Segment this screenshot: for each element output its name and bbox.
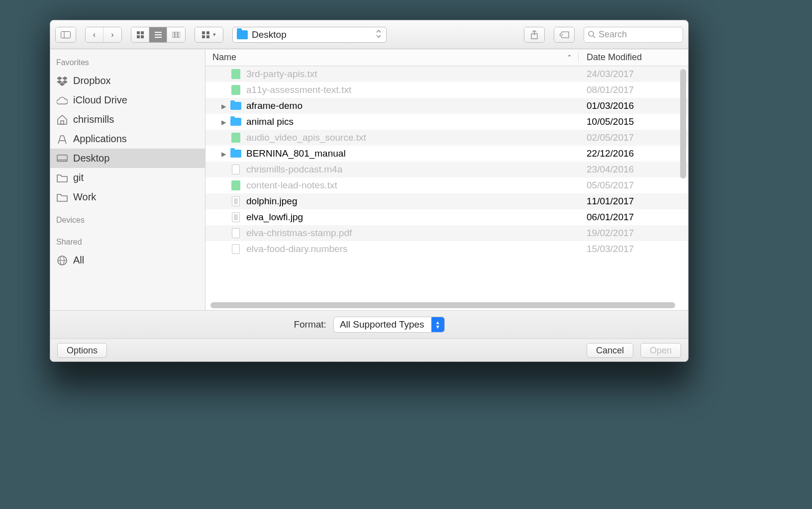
jpeg-icon [229,196,242,207]
toggle-sidebar-button[interactable] [56,27,76,42]
file-row[interactable]: content-lead-notes.txt05/05/2017 [205,177,688,193]
back-button[interactable]: ‹ [86,27,103,42]
file-row[interactable]: ▸animal pics10/05/2015 [205,114,688,130]
svg-rect-7 [155,34,162,35]
file-date: 08/01/2017 [579,85,688,95]
share-icon [531,30,538,39]
file-date: 05/05/2017 [579,180,688,191]
file-row[interactable]: dolphin.jpeg11/01/2017 [205,193,688,209]
sidebar-item-work[interactable]: Work [50,187,205,207]
vertical-scrollbar[interactable] [680,69,686,178]
svg-rect-3 [141,31,144,34]
sidebar-item-label: Desktop [73,153,109,164]
file-date: 22/12/2016 [579,148,688,159]
sidebar-item-label: Work [73,191,96,203]
file-row[interactable]: a11y-assessment-text.txt08/01/2017 [205,82,688,98]
nav-group: ‹ › [85,27,122,43]
open-button[interactable]: Open [640,343,681,358]
disclosure-triangle[interactable]: ▸ [205,116,229,128]
file-name: elva-food-diary.numbers [246,244,579,254]
sidebar-item-git[interactable]: git [50,168,205,187]
name-column-header[interactable]: Name ⌃ [205,52,579,63]
sidebar-item-label: iCloud Drive [73,94,127,106]
atom-icon [229,85,242,95]
file-name: animal pics [246,116,579,127]
share-button[interactable] [524,27,544,42]
file-name: audio_video_apis_source.txt [246,132,579,143]
sidebar-item-label: chrismills [73,114,114,125]
horizontal-scrollbar[interactable] [210,302,675,308]
jpeg-icon [229,212,242,223]
date-column-header[interactable]: Date Modified [579,52,688,63]
file-row[interactable]: 3rd-party-apis.txt24/03/2017 [205,66,688,82]
file-date: 24/03/2017 [579,69,688,80]
sidebar-item-all[interactable]: All [50,251,205,270]
format-label: Format: [294,319,326,330]
arrange-icon [202,31,210,38]
sidebar-item-applications[interactable]: Applications [50,129,205,149]
svg-rect-0 [61,31,71,38]
file-list[interactable]: 3rd-party-apis.txt24/03/2017a11y-assessm… [205,66,688,310]
folder-icon [229,148,242,159]
sidebar-item-icloud-drive[interactable]: iCloud Drive [50,90,205,110]
file-name: aframe-demo [246,100,579,111]
sidebar-section-header: Devices [50,207,205,229]
svg-rect-15 [206,35,209,38]
svg-rect-2 [137,31,140,34]
sidebar-item-label: All [73,254,84,266]
arrange-button[interactable]: ▾ [195,27,223,42]
file-row[interactable]: elva_lowfi.jpg06/01/2017 [205,209,688,225]
file-row[interactable]: elva-food-diary.numbers15/03/2017 [205,241,688,257]
sidebar-section-header: Favorites [50,49,205,71]
folder-icon [56,192,68,202]
tags-button[interactable] [554,27,574,42]
file-date: 02/05/2017 [579,132,688,143]
file-date: 19/02/2017 [579,228,688,239]
search-icon [588,31,596,38]
disclosure-triangle[interactable]: ▸ [205,148,229,160]
sidebar-item-desktop[interactable]: Desktop [50,149,205,168]
svg-rect-10 [175,32,177,38]
file-row[interactable]: audio_video_apis_source.txt02/05/2017 [205,130,688,146]
svg-rect-9 [172,32,174,38]
forward-button[interactable]: › [103,27,121,42]
file-row[interactable]: ▸aframe-demo01/03/2016 [205,98,688,114]
svg-rect-8 [155,37,162,38]
svg-rect-14 [202,35,205,38]
file-date: 15/03/2017 [579,244,688,254]
format-select[interactable]: All Supported Types ▲▼ [333,317,445,333]
desktop-icon [56,154,68,164]
file-date: 11/01/2017 [579,196,688,207]
file-row[interactable]: elva-christmas-stamp.pdf19/02/2017 [205,225,688,241]
svg-rect-6 [155,32,162,33]
folder-icon [237,30,248,39]
file-name: elva-christmas-stamp.pdf [246,228,579,239]
file-name: chrismills-podcast.m4a [246,164,579,175]
column-view-button[interactable] [167,27,185,42]
svg-rect-4 [137,35,140,38]
sidebar-item-chrismills[interactable]: chrismills [50,110,205,129]
disclosure-triangle[interactable]: ▸ [205,100,229,112]
icloud-icon [56,95,68,105]
svg-point-17 [562,34,563,35]
grid-icon [137,31,144,38]
format-value: All Supported Types [340,319,424,330]
sidebar-item-dropbox[interactable]: Dropbox [50,71,205,90]
file-date: 23/04/2016 [579,164,688,175]
cancel-button[interactable]: Cancel [587,343,633,358]
sidebar-toggle-group [55,27,76,43]
options-button[interactable]: Options [57,343,107,358]
icon-view-button[interactable] [131,27,149,42]
name-column-label: Name [212,52,236,63]
file-row[interactable]: chrismills-podcast.m4a23/04/2016 [205,162,688,177]
format-bar: Format: All Supported Types ▲▼ [50,310,688,339]
location-dropdown[interactable]: Desktop [232,27,387,43]
list-view-button[interactable] [149,27,167,42]
search-input[interactable]: Search [584,27,683,43]
sidebar: FavoritesDropboxiCloud DrivechrismillsAp… [50,49,205,310]
location-label: Desktop [252,29,287,40]
date-column-label: Date Modified [587,52,642,62]
folder-icon [229,100,242,111]
file-date: 10/05/2015 [579,116,688,127]
file-row[interactable]: ▸BERNINA_801_manual22/12/2016 [205,146,688,162]
